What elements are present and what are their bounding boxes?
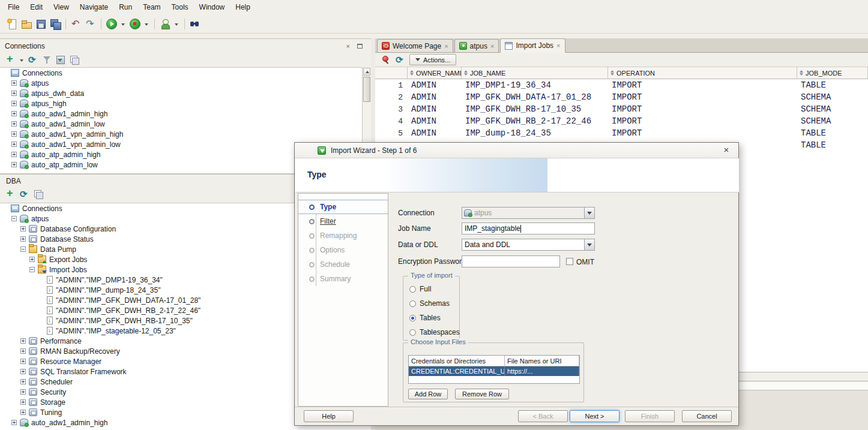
menu-item[interactable]: Run (113, 1, 137, 13)
table-row[interactable]: 3 ADMIN IMP_GFK_DWH_RB-17_10_35 IMPORT S… (375, 103, 868, 115)
encryption-password-input[interactable] (462, 255, 560, 267)
file-table-column-header[interactable]: File Names or URI (505, 356, 579, 366)
wizard-step[interactable]: Remapping (298, 228, 388, 243)
expand-toggle-icon[interactable] (11, 80, 17, 86)
wizard-step[interactable]: Filter (298, 214, 388, 228)
undo-icon[interactable] (70, 18, 82, 30)
menu-item[interactable]: Team (137, 1, 166, 13)
expand-toggle-icon[interactable] (20, 348, 26, 354)
expand-toggle-icon[interactable] (11, 420, 17, 425)
menu-item[interactable]: Navigate (74, 1, 113, 13)
expand-toggle-icon[interactable] (11, 216, 17, 221)
expand-toggle-icon[interactable] (20, 379, 26, 384)
separator-icon[interactable] (99, 18, 103, 30)
menu-item[interactable]: Tools (166, 1, 194, 13)
scrollbar-thumb[interactable] (363, 77, 370, 102)
expand-toggle-icon[interactable] (11, 142, 17, 147)
tree-item[interactable]: atpus_high (0, 98, 371, 109)
menu-item[interactable]: View (48, 1, 74, 13)
tab-close-icon[interactable] (444, 42, 448, 50)
filter-icon[interactable] (41, 54, 53, 66)
dialog-titlebar[interactable]: Import Wizard - Step 1 of 6 × (295, 143, 738, 158)
pin-icon[interactable] (380, 54, 392, 66)
expand-toggle-icon[interactable] (20, 399, 26, 405)
finish-button[interactable]: Finish (625, 410, 675, 422)
menu-item[interactable]: Help (230, 1, 256, 13)
expand-toggle-icon[interactable] (29, 267, 35, 272)
expand-toggle-icon[interactable] (20, 410, 26, 415)
combo-arrow-icon[interactable] (584, 208, 594, 218)
run-icon[interactable] (106, 18, 118, 30)
refresh-icon[interactable] (27, 54, 39, 66)
save-all-icon[interactable] (49, 18, 61, 30)
dropdown-caret-icon[interactable] (173, 18, 180, 30)
connection-combo[interactable]: atpus (462, 207, 595, 219)
menu-item[interactable]: File (2, 1, 25, 13)
input-file-row[interactable]: CREDENTIAL:CREDENTIAL_US1 https://... (409, 366, 579, 376)
refresh-grid-icon[interactable] (394, 54, 406, 66)
refresh-icon[interactable] (19, 188, 31, 200)
job-name-input[interactable]: IMP_stagingtable (462, 222, 595, 234)
open-folder-icon[interactable] (20, 18, 32, 30)
expand-toggle-icon[interactable] (20, 338, 26, 344)
new-file-icon[interactable] (6, 18, 18, 30)
menu-item[interactable]: Window (194, 1, 231, 13)
combo-arrow-icon[interactable] (584, 239, 594, 250)
expand-toggle-icon[interactable] (20, 369, 26, 374)
import-type-radio[interactable]: Full (409, 285, 431, 293)
separator-icon[interactable] (64, 18, 68, 30)
table-row[interactable]: 5 ADMIN IMP_dump-18_24_35 IMPORT TABLE (375, 127, 868, 139)
tree-item[interactable]: atpus (0, 78, 371, 88)
expand-toggle-icon[interactable] (20, 389, 26, 395)
expand-toggle-icon[interactable] (11, 152, 17, 157)
search-icon[interactable] (189, 18, 201, 30)
cancel-button[interactable]: Cancel (682, 410, 732, 422)
add-connection-icon[interactable] (5, 54, 17, 66)
wizard-step[interactable]: Summary (298, 272, 388, 286)
table-row[interactable]: 2 ADMIN IMP_GFK_DWH_DATA-17_01_28 IMPORT… (375, 91, 868, 103)
clone-connection-icon[interactable] (68, 54, 80, 66)
import-type-radio[interactable]: Tables (409, 314, 441, 322)
file-table-column-header[interactable]: Credentials or Directories (409, 356, 505, 366)
wizard-step[interactable]: Schedule (298, 257, 388, 272)
close-panel-icon[interactable]: × (346, 43, 350, 50)
add-connection-icon[interactable] (5, 188, 17, 200)
sort-icon[interactable] (410, 70, 414, 76)
expand-toggle-icon[interactable] (20, 226, 26, 231)
expand-toggle-icon[interactable] (20, 236, 26, 242)
dropdown-caret-icon[interactable] (120, 18, 127, 30)
tree-item[interactable]: atpus_dwh_data (0, 88, 371, 98)
wizard-step[interactable]: Options (298, 243, 388, 257)
import-type-radio[interactable]: Schemas (409, 299, 450, 308)
separator-icon[interactable] (152, 18, 157, 30)
expand-toggle-icon[interactable] (11, 131, 17, 137)
add-row-button[interactable]: Add Row (408, 389, 448, 399)
redo-icon[interactable] (85, 18, 97, 30)
debug-icon[interactable] (129, 18, 141, 30)
help-button[interactable]: Help (304, 410, 354, 422)
sort-icon[interactable] (464, 70, 468, 76)
tree-item[interactable]: auto_adw1_vpn_admin_high (0, 129, 371, 139)
tab-close-icon[interactable] (490, 42, 494, 50)
table-row[interactable]: 4 ADMIN IMP_GFK_DWH_RB_2-17_22_46 IMPORT… (375, 115, 868, 127)
column-header[interactable]: OPERATION (608, 67, 797, 79)
back-button[interactable]: < Back (518, 410, 568, 422)
tree-item[interactable]: auto_adw1_admin_low (0, 119, 371, 129)
tree-item[interactable]: auto_adw1_admin_high (0, 109, 371, 119)
expand-toggle-icon[interactable] (11, 121, 17, 127)
sort-icon[interactable] (800, 70, 803, 76)
expand-toggle-icon[interactable] (29, 257, 35, 262)
editor-tab[interactable]: Welcome Page (377, 39, 453, 52)
clone-connection-icon[interactable] (32, 188, 44, 200)
import-connections-icon[interactable] (55, 54, 67, 66)
restore-panel-icon[interactable] (357, 44, 363, 49)
user-schema-icon[interactable] (159, 18, 171, 30)
menu-item[interactable]: Edit (25, 1, 48, 13)
expand-toggle-icon[interactable] (11, 91, 17, 96)
next-button[interactable]: Next > (570, 410, 619, 422)
column-header[interactable]: JOB_MODE (797, 67, 868, 79)
remove-row-button[interactable]: Remove Row (455, 389, 509, 399)
data-or-ddl-combo[interactable]: Data and DDL (462, 239, 595, 251)
actions-button[interactable]: Actions... (409, 54, 456, 65)
expand-toggle-icon[interactable] (20, 246, 26, 252)
